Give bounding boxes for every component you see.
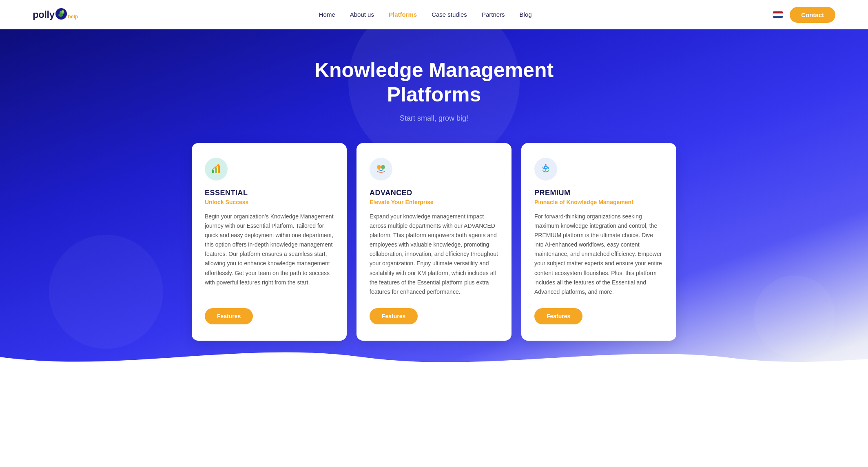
logo[interactable]: polly help [33,8,78,21]
svg-rect-6 [212,170,214,173]
advanced-features-button[interactable]: Features [370,308,418,324]
premium-features-button[interactable]: Features [534,308,582,324]
nav-item-platforms[interactable]: Platforms [389,11,417,18]
premium-icon [534,158,557,181]
advanced-title: ADVANCED [370,189,498,197]
svg-rect-7 [215,167,217,173]
nav-right: Contact [773,7,835,23]
essential-title: ESSENTIAL [205,189,334,197]
svg-point-13 [545,167,547,168]
bg-circle-2 [49,235,163,349]
card-essential: ESSENTIAL Unlock Success Begin your orga… [192,143,347,341]
nav-item-case-studies[interactable]: Case studies [432,11,467,18]
svg-point-9 [217,164,219,166]
svg-point-4 [63,11,63,11]
nav-links: Home About us Platforms Case studies Par… [319,11,532,18]
navigation: polly help Home [0,0,868,29]
language-flag-icon[interactable] [773,11,783,18]
essential-features-button[interactable]: Features [205,308,253,324]
svg-line-19 [548,168,549,170]
svg-point-3 [62,11,64,12]
page-title: Knowledge Management Platforms [291,58,577,107]
svg-rect-8 [218,165,220,173]
logo-brand-text: polly [33,9,55,20]
nav-item-blog[interactable]: Blog [520,11,532,18]
nav-item-about[interactable]: About us [350,11,374,18]
logo-help-text: help [68,14,78,20]
advanced-icon [370,158,392,181]
svg-point-11 [381,165,385,169]
card-premium: PREMIUM Pinnacle of Knowledge Management… [521,143,676,341]
card-advanced: ADVANCED Elevate Your Enterprise Expand … [356,143,512,341]
premium-title: PREMIUM [534,189,663,197]
nav-item-partners[interactable]: Partners [482,11,505,18]
premium-description: For forward-thinking organizations seeki… [534,212,663,297]
advanced-description: Expand your knowledge management impact … [370,212,498,297]
nav-item-home[interactable]: Home [319,11,335,18]
svg-point-5 [58,13,63,17]
hero-subtitle: Start small, grow big! [8,114,860,123]
essential-icon [205,158,228,181]
cards-container: ESSENTIAL Unlock Success Begin your orga… [189,143,679,341]
essential-description: Begin your organization's Knowledge Mana… [205,212,334,297]
svg-point-14 [542,167,544,168]
svg-line-18 [543,168,544,170]
bottom-wave [0,341,868,373]
contact-button[interactable]: Contact [790,7,835,23]
svg-point-16 [545,164,547,165]
essential-subtitle: Unlock Success [205,199,334,205]
premium-subtitle: Pinnacle of Knowledge Management [534,199,663,205]
logo-bird-icon [55,8,67,21]
advanced-subtitle: Elevate Your Enterprise [370,199,498,205]
svg-point-10 [377,165,381,169]
svg-point-15 [548,167,549,168]
